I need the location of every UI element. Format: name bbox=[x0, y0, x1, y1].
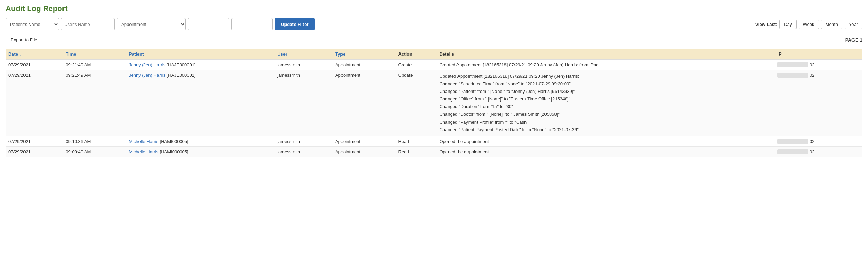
col-user[interactable]: User bbox=[274, 49, 332, 60]
cell-user: jamessmith bbox=[274, 70, 332, 136]
col-patient[interactable]: Patient bbox=[126, 49, 274, 60]
date-from-input[interactable]: 07/23/2021 bbox=[188, 18, 229, 30]
cell-patient: Jenny (Jen) Harris [HAJE000001] bbox=[126, 60, 274, 70]
cell-date: 07/29/2021 bbox=[6, 60, 63, 70]
table-row: 07/29/202109:10:36 AMMichelle Harris [HA… bbox=[6, 136, 862, 146]
view-last-label: View Last: bbox=[755, 22, 777, 27]
cell-action: Read bbox=[396, 136, 437, 146]
cell-action: Read bbox=[396, 146, 437, 157]
view-last-section: View Last: Day Week Month Year bbox=[755, 20, 862, 29]
user-name-input[interactable] bbox=[61, 18, 115, 30]
patient-link[interactable]: Michelle Harris bbox=[129, 149, 158, 154]
col-time[interactable]: Time bbox=[63, 49, 126, 60]
view-month-button[interactable]: Month bbox=[821, 20, 842, 29]
cell-details: Created Appointment [182165318] 07/29/21… bbox=[436, 60, 774, 70]
table-row: 07/29/202109:21:49 AMJenny (Jen) Harris … bbox=[6, 60, 862, 70]
page-indicator: PAGE 1 bbox=[845, 37, 862, 43]
cell-ip: 02 bbox=[774, 136, 862, 146]
audit-log-table: Date ↓ Time Patient User Type Action bbox=[6, 49, 862, 157]
cell-date: 07/29/2021 bbox=[6, 146, 63, 157]
cell-date: 07/29/2021 bbox=[6, 136, 63, 146]
cell-ip: 02 bbox=[774, 70, 862, 136]
cell-type: Appointment bbox=[332, 70, 396, 136]
cell-patient: Michelle Harris [HAMI000005] bbox=[126, 146, 274, 157]
cell-user: jamessmith bbox=[274, 146, 332, 157]
toolbar-row: Export to File PAGE 1 bbox=[6, 35, 862, 45]
patient-link[interactable]: Michelle Harris bbox=[129, 139, 158, 144]
page-label: PAGE bbox=[845, 37, 859, 43]
table-row: 07/29/202109:09:40 AMMichelle Harris [HA… bbox=[6, 146, 862, 157]
table-row: 07/29/202109:21:49 AMJenny (Jen) Harris … bbox=[6, 70, 862, 136]
col-type[interactable]: Type bbox=[332, 49, 396, 60]
table-header-row: Date ↓ Time Patient User Type Action bbox=[6, 49, 862, 60]
cell-details: Updated Appointment [182165318] 07/29/21… bbox=[436, 70, 774, 136]
cell-action: Update bbox=[396, 70, 437, 136]
col-ip: IP bbox=[774, 49, 862, 60]
cell-ip: 02 bbox=[774, 146, 862, 157]
page-container: Audit Log Report Patient's Name Appointm… bbox=[0, 0, 868, 161]
ip-masked bbox=[777, 62, 808, 67]
col-date[interactable]: Date ↓ bbox=[6, 49, 63, 60]
type-select[interactable]: AppointmentPatientBillingDocumentLab bbox=[117, 18, 186, 30]
cell-details: Opened the appointment bbox=[436, 136, 774, 146]
ip-masked bbox=[777, 139, 808, 144]
cell-type: Appointment bbox=[332, 136, 396, 146]
ip-masked bbox=[777, 73, 808, 78]
view-week-button[interactable]: Week bbox=[799, 20, 819, 29]
export-button[interactable]: Export to File bbox=[6, 35, 42, 45]
view-day-button[interactable]: Day bbox=[779, 20, 796, 29]
cell-ip: 02 bbox=[774, 60, 862, 70]
cell-action: Create bbox=[396, 60, 437, 70]
sort-icon-date: ↓ bbox=[20, 52, 22, 56]
cell-time: 09:21:49 AM bbox=[63, 70, 126, 136]
cell-details: Opened the appointment bbox=[436, 146, 774, 157]
filter-bar: Patient's Name AppointmentPatientBilling… bbox=[6, 18, 862, 30]
col-action: Action bbox=[396, 49, 437, 60]
update-filter-button[interactable]: Update Filter bbox=[275, 18, 315, 30]
page-title: Audit Log Report bbox=[6, 4, 862, 13]
cell-patient: Michelle Harris [HAMI000005] bbox=[126, 136, 274, 146]
patient-name-select[interactable]: Patient's Name bbox=[6, 18, 59, 30]
cell-time: 09:10:36 AM bbox=[63, 136, 126, 146]
cell-user: jamessmith bbox=[274, 136, 332, 146]
ip-masked bbox=[777, 149, 808, 154]
date-to-input[interactable]: 07/30/2021 bbox=[231, 18, 273, 30]
cell-type: Appointment bbox=[332, 146, 396, 157]
cell-time: 09:09:40 AM bbox=[63, 146, 126, 157]
cell-type: Appointment bbox=[332, 60, 396, 70]
col-details: Details bbox=[436, 49, 774, 60]
cell-date: 07/29/2021 bbox=[6, 70, 63, 136]
view-year-button[interactable]: Year bbox=[845, 20, 862, 29]
cell-user: jamessmith bbox=[274, 60, 332, 70]
patient-link[interactable]: Jenny (Jen) Harris bbox=[129, 62, 165, 67]
page-number: 1 bbox=[860, 37, 862, 43]
cell-patient: Jenny (Jen) Harris [HAJE000001] bbox=[126, 70, 274, 136]
cell-time: 09:21:49 AM bbox=[63, 60, 126, 70]
patient-link[interactable]: Jenny (Jen) Harris bbox=[129, 73, 165, 78]
